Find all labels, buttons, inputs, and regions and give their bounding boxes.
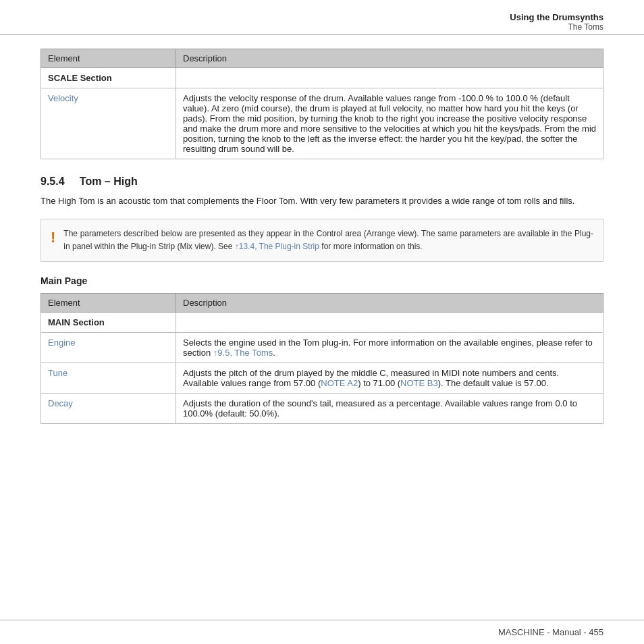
info-box-text: The parameters described below are prese… (63, 227, 593, 253)
section-body: The High Tom is an acoustic tom that com… (41, 194, 603, 208)
scale-table: Element Description SCALE Section Veloci… (41, 49, 603, 159)
engine-desc: Selects the engine used in the Tom plug-… (176, 332, 603, 363)
page-header: Using the Drumsynths The Toms (0, 0, 644, 35)
info-text-2: for more information on this. (319, 242, 423, 251)
scale-section-label: SCALE Section (41, 68, 176, 88)
toms-section-link[interactable]: ↑9.5, The Toms (213, 348, 273, 358)
tune-desc-mid: ) to 71.00 ( (358, 378, 400, 388)
main-section-desc (176, 312, 603, 332)
note-a2-link[interactable]: NOTE A2 (321, 378, 358, 388)
section-number: 9.5.4 (41, 176, 65, 187)
main-page-heading: Main Page (41, 275, 603, 286)
tune-desc-after: ). The default value is 57.00. (438, 378, 549, 388)
page-content: Element Description SCALE Section Veloci… (0, 35, 644, 454)
decay-desc: Adjusts the duration of the sound's tail… (176, 393, 603, 423)
table2-col2-header: Description (176, 293, 603, 312)
table2-col1-header: Element (41, 293, 176, 312)
table-row: MAIN Section (41, 312, 603, 332)
velocity-label[interactable]: Velocity (41, 88, 176, 159)
plugin-strip-link[interactable]: ↑13.4, The Plug-in Strip (235, 242, 319, 251)
table-row: Velocity Adjusts the velocity response o… (41, 88, 603, 159)
main-table: Element Description MAIN Section Engine … (41, 293, 603, 424)
scale-section-desc (176, 68, 603, 88)
page-container: Using the Drumsynths The Toms Element De… (0, 0, 644, 644)
table1-col1-header: Element (41, 49, 176, 68)
table-row: SCALE Section (41, 68, 603, 88)
engine-label[interactable]: Engine (41, 332, 176, 363)
page-footer: MASCHINE - Manual - 455 (0, 620, 644, 644)
table1-col2-header: Description (176, 49, 603, 68)
velocity-desc: Adjusts the velocity response of the dru… (176, 88, 603, 159)
header-right: Using the Drumsynths The Toms (510, 12, 603, 32)
info-box: ! The parameters described below are pre… (41, 219, 603, 262)
footer-text: MASCHINE - Manual - 455 (498, 627, 603, 637)
table-row: Decay Adjusts the duration of the sound'… (41, 393, 603, 423)
section-heading: 9.5.4 Tom – High (41, 176, 603, 188)
tune-label[interactable]: Tune (41, 363, 176, 393)
tune-desc: Adjusts the pitch of the drum played by … (176, 363, 603, 393)
note-b3-link[interactable]: NOTE B3 (400, 378, 438, 388)
engine-desc-after: . (273, 348, 275, 358)
table-row: Tune Adjusts the pitch of the drum playe… (41, 363, 603, 393)
header-title: Using the Drumsynths (510, 12, 603, 22)
main-section-label: MAIN Section (41, 312, 176, 332)
decay-label[interactable]: Decay (41, 393, 176, 423)
header-subtitle: The Toms (510, 22, 603, 32)
warning-icon: ! (51, 229, 55, 246)
table-row: Engine Selects the engine used in the To… (41, 332, 603, 363)
section-title: Tom – High (80, 176, 138, 187)
